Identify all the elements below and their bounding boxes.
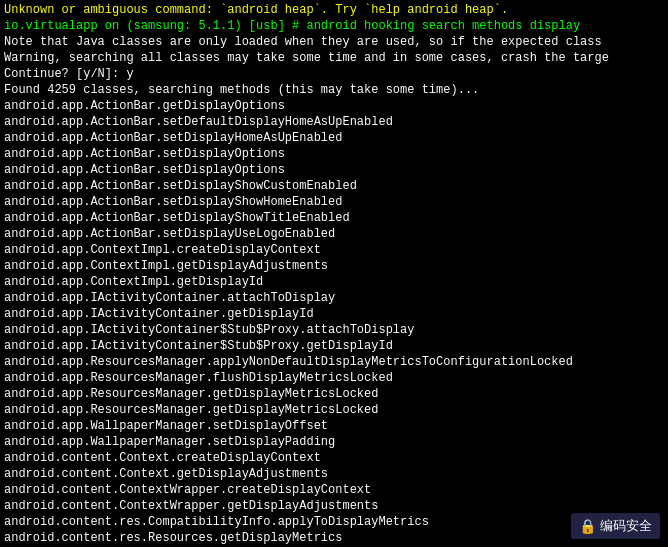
watermark: 🔒 编码安全 xyxy=(571,513,660,539)
terminal-line: android.app.WallpaperManager.setDisplayP… xyxy=(4,434,664,450)
terminal-line: android.content.res.CompatibilityInfo.ap… xyxy=(4,514,664,530)
terminal-line: android.app.IActivityContainer$Stub$Prox… xyxy=(4,322,664,338)
terminal-line: android.app.ActionBar.setDisplayOptions xyxy=(4,162,664,178)
terminal-line: android.app.ActionBar.setDisplayShowHome… xyxy=(4,194,664,210)
terminal-line: android.content.Context.getDisplayAdjust… xyxy=(4,466,664,482)
terminal-line: android.content.ContextWrapper.getDispla… xyxy=(4,498,664,514)
terminal-line: android.app.ContextImpl.getDisplayAdjust… xyxy=(4,258,664,274)
terminal-line: Unknown or ambiguous command: `android h… xyxy=(4,2,664,18)
terminal-line: android.app.ActionBar.setDefaultDisplayH… xyxy=(4,114,664,130)
terminal-line: android.app.IActivityContainer.getDispla… xyxy=(4,306,664,322)
terminal-line: Warning, searching all classes may take … xyxy=(4,50,664,66)
terminal-line: android.app.ActionBar.setDisplayHomeAsUp… xyxy=(4,130,664,146)
terminal-line: android.app.ContextImpl.createDisplayCon… xyxy=(4,242,664,258)
terminal-line: Found 4259 classes, searching methods (t… xyxy=(4,82,664,98)
terminal-line: Note that Java classes are only loaded w… xyxy=(4,34,664,50)
terminal-line: android.app.IActivityContainer.attachToD… xyxy=(4,290,664,306)
terminal-line: android.app.IActivityContainer$Stub$Prox… xyxy=(4,338,664,354)
terminal-line: android.content.ContextWrapper.createDis… xyxy=(4,482,664,498)
terminal-line: Continue? [y/N]: y xyxy=(4,66,664,82)
terminal-line: android.app.ActionBar.getDisplayOptions xyxy=(4,98,664,114)
terminal-line: android.app.ActionBar.setDisplayUseLogoE… xyxy=(4,226,664,242)
terminal-line: android.app.ResourcesManager.flushDispla… xyxy=(4,370,664,386)
terminal-line: android.content.res.Resources.getDisplay… xyxy=(4,530,664,546)
terminal-line: android.app.ActionBar.setDisplayOptions xyxy=(4,146,664,162)
watermark-text: 编码安全 xyxy=(600,517,652,535)
terminal-line: io.virtualapp on (samsung: 5.1.1) [usb] … xyxy=(4,18,664,34)
terminal-line: android.app.ResourcesManager.getDisplayM… xyxy=(4,386,664,402)
terminal-line: android.app.ResourcesManager.applyNonDef… xyxy=(4,354,664,370)
terminal: Unknown or ambiguous command: `android h… xyxy=(0,0,668,547)
watermark-icon: 🔒 xyxy=(579,518,596,534)
terminal-line: android.app.ActionBar.setDisplayShowTitl… xyxy=(4,210,664,226)
terminal-line: android.app.ContextImpl.getDisplayId xyxy=(4,274,664,290)
terminal-line: android.app.ResourcesManager.getDisplayM… xyxy=(4,402,664,418)
terminal-line: android.app.WallpaperManager.setDisplayO… xyxy=(4,418,664,434)
terminal-line: android.content.Context.createDisplayCon… xyxy=(4,450,664,466)
terminal-line: android.app.ActionBar.setDisplayShowCust… xyxy=(4,178,664,194)
